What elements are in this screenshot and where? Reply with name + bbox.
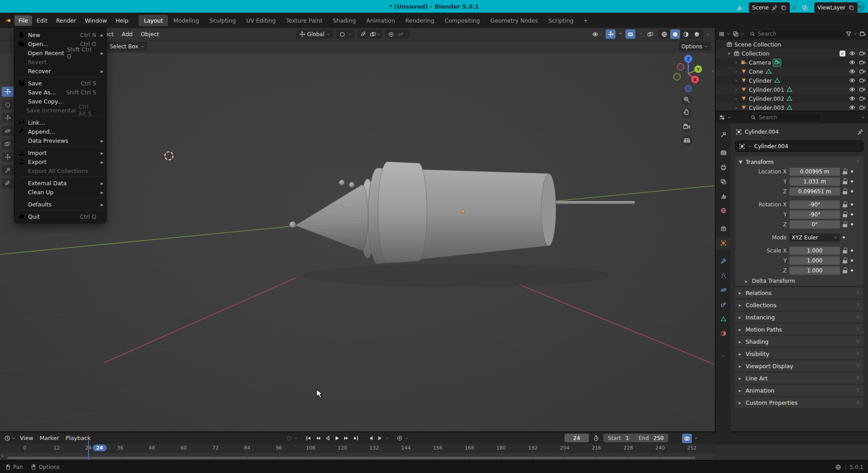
- workspace-tab-texture-paint[interactable]: Texture Paint: [281, 15, 327, 26]
- snap-target-dropdown[interactable]: [369, 29, 381, 39]
- play-reverse-button[interactable]: [323, 434, 331, 442]
- network-icon[interactable]: [835, 464, 841, 470]
- add-workspace-button[interactable]: +: [579, 15, 593, 26]
- timeline-menu-view[interactable]: View: [17, 433, 37, 443]
- outliner-filter-mode-icon[interactable]: [732, 31, 739, 37]
- pin-icon[interactable]: [857, 129, 863, 136]
- play-button[interactable]: [332, 434, 341, 442]
- chevron-down-icon[interactable]: [853, 31, 858, 37]
- timeline-scrollbar[interactable]: [7, 457, 695, 459]
- current-frame-field[interactable]: 24: [565, 434, 589, 442]
- timeline-overlays-toggle[interactable]: [682, 434, 692, 443]
- region-collapse-chevron[interactable]: ‹: [712, 68, 714, 74]
- animate-dot[interactable]: [851, 213, 853, 215]
- outliner-search[interactable]: [746, 29, 844, 39]
- animate-dot[interactable]: [851, 203, 853, 206]
- properties-tab-modifiers[interactable]: [716, 255, 731, 267]
- animate-dot[interactable]: [851, 249, 853, 252]
- panel-motion-paths[interactable]: ▸Motion Paths⠿: [735, 324, 863, 335]
- chevron-down-icon[interactable]: [726, 31, 731, 37]
- frame-back-button[interactable]: [366, 434, 375, 442]
- keying-set-button[interactable]: [285, 434, 293, 442]
- panel-visibility[interactable]: ▸Visibility⠿: [735, 348, 863, 359]
- shading-wireframe-button[interactable]: [659, 29, 669, 39]
- chevron-down-icon[interactable]: [743, 5, 748, 11]
- lock-icon[interactable]: [843, 211, 848, 218]
- navigation-gizmo[interactable]: Z Y X: [674, 55, 702, 92]
- auto-keying-toggle[interactable]: [395, 434, 404, 442]
- viewport-menu-object[interactable]: Object: [137, 29, 163, 39]
- chevron-down-icon[interactable]: [861, 114, 865, 121]
- gizmo-y-neg[interactable]: [674, 74, 681, 80]
- caret-right-icon[interactable]: ›: [734, 105, 738, 110]
- chevron-down-icon[interactable]: [740, 31, 745, 37]
- lock-icon[interactable]: [843, 201, 848, 208]
- outliner-row-cylinder-001[interactable]: ›Cylinder.001: [716, 85, 868, 94]
- outliner-row-cylinder-002[interactable]: ›Cylinder.002: [716, 94, 868, 103]
- viewport-3d[interactable]: Z Y X ‹ SelectAddObject Global Select Bo…: [0, 28, 715, 431]
- properties-search[interactable]: [747, 113, 822, 122]
- select-box-tool-button[interactable]: [2, 87, 14, 97]
- timeline-editor-icon[interactable]: [4, 435, 10, 441]
- properties-tab-scene[interactable]: [716, 190, 731, 202]
- file-menu-item-clean-up[interactable]: Clean Up▸: [14, 187, 106, 197]
- workspace-tab-shading[interactable]: Shading: [328, 15, 361, 26]
- file-menu-item-defaults[interactable]: Defaults▸: [14, 200, 106, 209]
- scene-icon[interactable]: [736, 5, 742, 11]
- chevron-down-icon[interactable]: [727, 114, 732, 121]
- properties-tab-constraints[interactable]: [716, 299, 731, 310]
- camera-restrict-icon[interactable]: [859, 104, 865, 111]
- gizmo-x-neg[interactable]: [677, 64, 684, 70]
- options-dropdown[interactable]: Options: [679, 42, 711, 51]
- file-menu-item-recover[interactable]: Recover▸: [14, 66, 106, 75]
- properties-search-input[interactable]: [758, 114, 818, 121]
- camera-restrict-icon[interactable]: [859, 77, 865, 84]
- menu-window[interactable]: Window: [81, 15, 111, 26]
- eye-icon[interactable]: [849, 68, 855, 75]
- chevron-down-icon[interactable]: [11, 435, 16, 441]
- chevron-down-icon[interactable]: [294, 435, 299, 441]
- file-menu-item-open-recent[interactable]: Open RecentShift Ctrl O▸: [14, 48, 106, 57]
- properties-tab-render[interactable]: [716, 147, 731, 159]
- workspace-tab-compositing[interactable]: Compositing: [439, 15, 485, 26]
- file-menu-item-link[interactable]: Link...: [14, 118, 106, 127]
- lock-icon[interactable]: [843, 267, 848, 274]
- workspace-tab-rendering[interactable]: Rendering: [401, 15, 439, 26]
- rocket-model[interactable]: [289, 162, 635, 264]
- menu-help[interactable]: Help: [112, 15, 133, 26]
- pin-icon[interactable]: [771, 5, 778, 11]
- shading-rendered-button[interactable]: [692, 29, 702, 39]
- workspace-tab-scripting[interactable]: Scripting: [543, 15, 579, 26]
- chevron-down-icon[interactable]: [809, 5, 813, 11]
- properties-tab-collection[interactable]: [716, 223, 731, 234]
- value-field[interactable]: 0°: [789, 220, 840, 229]
- caret-right-icon[interactable]: ›: [734, 69, 738, 74]
- measure-tool-button[interactable]: [2, 178, 14, 188]
- properties-tab-data[interactable]: [716, 313, 731, 325]
- pan-hand-button[interactable]: [681, 108, 692, 119]
- workspace-tab-geometry-nodes[interactable]: Geometry Nodes: [485, 15, 543, 26]
- caret-down-icon[interactable]: ▾: [727, 51, 731, 56]
- timeline-menu-marker[interactable]: Marker: [37, 433, 62, 443]
- animate-dot[interactable]: [851, 190, 853, 192]
- new-collection-icon[interactable]: [859, 31, 866, 37]
- outliner-row-camera[interactable]: ›Camera: [716, 58, 868, 67]
- panel-line-art[interactable]: ▸Line Art⠿: [735, 373, 863, 384]
- panel-custom-properties[interactable]: ▸Custom Properties⠿: [735, 397, 863, 408]
- caret-right-icon[interactable]: ›: [734, 96, 738, 101]
- frame-end-field[interactable]: End 250: [634, 435, 668, 441]
- file-menu-item-export[interactable]: Export▸: [14, 157, 106, 166]
- chevron-down-icon[interactable]: [706, 31, 710, 37]
- transform-panel-header[interactable]: ▼ Transform ⠿: [735, 156, 863, 167]
- workspace-tab-animation[interactable]: Animation: [361, 15, 400, 26]
- panel-relations[interactable]: ▸Relations⠿: [735, 287, 863, 298]
- chevron-down-icon[interactable]: [385, 435, 390, 441]
- workspace-tab-modeling[interactable]: Modeling: [168, 15, 204, 26]
- camera-restrict-icon[interactable]: [859, 59, 865, 66]
- workspace-tab-layout[interactable]: Layout: [139, 15, 168, 26]
- properties-tab-material[interactable]: [716, 328, 731, 339]
- panel-viewport-display[interactable]: ▸Viewport Display⠿: [735, 361, 863, 371]
- value-field[interactable]: -90°: [789, 211, 840, 219]
- mode-dropdown[interactable]: XYZ Euler: [789, 234, 840, 242]
- eye-icon[interactable]: [849, 59, 855, 66]
